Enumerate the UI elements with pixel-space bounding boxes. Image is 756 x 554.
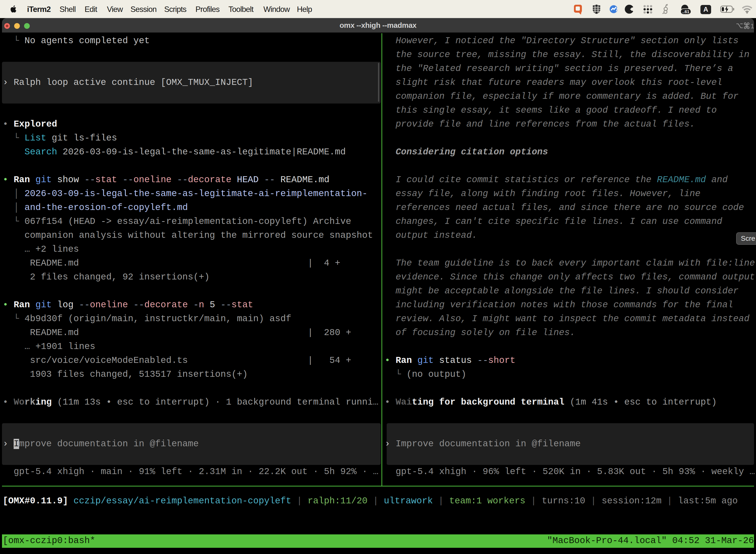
svg-text:..61: ..61 xyxy=(682,9,689,14)
svg-text:1: 1 xyxy=(751,22,754,29)
